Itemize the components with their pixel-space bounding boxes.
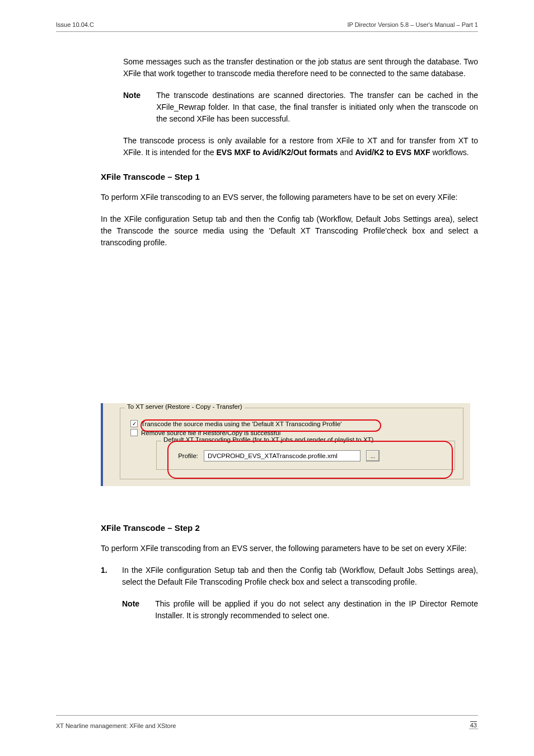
step-number: 1.	[101, 564, 111, 588]
fieldset-profile: Default XT Transcoding Profile (for to X…	[156, 441, 455, 470]
checkbox-remove-label: Remove source file if Restore/Copy is su…	[141, 430, 280, 436]
step2-title: XFile Transcode – Step 2	[101, 522, 478, 535]
page-content: Some messages such as the transfer desti…	[101, 56, 478, 259]
fieldset-legend: To XT server (Restore - Copy - Transfer)	[125, 403, 245, 410]
note-2: Note This profile will be applied if you…	[122, 598, 478, 622]
profile-input[interactable]: DVCPROHD_EVS_XTATranscode.profile.xml	[204, 450, 360, 461]
footer-page: 43	[469, 722, 478, 729]
footer-section: XT Nearline management: XFile and XStore	[56, 722, 176, 729]
browse-button[interactable]: ...	[366, 450, 380, 461]
step1-title: XFile Transcode – Step 1	[101, 171, 478, 184]
header-product: IP Director Version 5.8 – User's Manual …	[347, 21, 478, 28]
paragraph-2: The transcode process is only available …	[123, 135, 478, 158]
step2-item1: 1. In the XFile configuration Setup tab …	[101, 564, 478, 588]
fieldset-profile-legend: Default XT Transcoding Profile (for to X…	[161, 436, 376, 443]
header-issue: Issue 10.04.C	[56, 21, 94, 28]
note-1: Note The transcode destinations are scan…	[123, 90, 478, 125]
step1-intro: To perform XFile transcoding to an EVS s…	[101, 192, 478, 203]
note-label: Note	[123, 90, 140, 125]
header-rule	[56, 31, 478, 32]
checkbox-remove-row: Remove source file if Restore/Copy is su…	[130, 429, 455, 436]
step2-intro: To perform XFile transcoding from an EVS…	[101, 543, 478, 554]
footer-rule	[56, 715, 478, 716]
checkbox-remove[interactable]	[130, 429, 138, 436]
checkbox-transcode-label: Transcode the source media using the 'De…	[141, 421, 342, 427]
checkbox-transcode-row: ✓ Transcode the source media using the '…	[130, 420, 455, 427]
config-screenshot: To XT server (Restore - Copy - Transfer)…	[101, 403, 470, 486]
checkbox-transcode[interactable]: ✓	[130, 420, 138, 427]
note-body-2: This profile will be applied if you do n…	[155, 598, 478, 622]
step-body: In the XFile configuration Setup tab and…	[122, 564, 478, 588]
note-label-2: Note	[122, 598, 139, 622]
fieldset-to-xt: To XT server (Restore - Copy - Transfer)…	[120, 408, 463, 479]
step1-detail: In the XFile configuration Setup tab and…	[101, 213, 478, 249]
note-body: The transcode destinations are scanned d…	[156, 90, 478, 125]
profile-label: Profile:	[165, 452, 198, 459]
after-screenshot: XFile Transcode – Step 2 To perform XFil…	[101, 504, 478, 632]
paragraph-1: Some messages such as the transfer desti…	[123, 56, 478, 80]
profile-row: Profile: DVCPROHD_EVS_XTATranscode.profi…	[165, 450, 447, 461]
